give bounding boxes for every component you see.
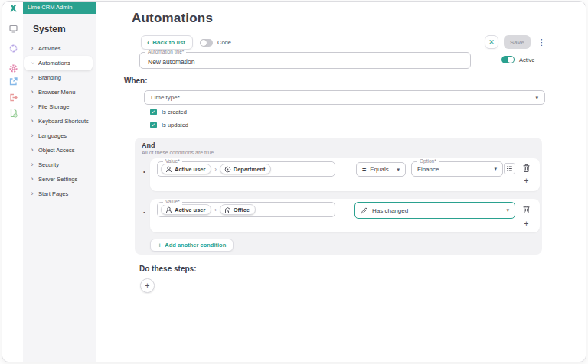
option-list-button[interactable] — [504, 163, 515, 174]
sidebar-item-label: Security — [38, 161, 59, 168]
steps-heading: Do these steps: — [139, 265, 196, 273]
ring-icon[interactable] — [8, 43, 18, 54]
chip-label: Office — [234, 206, 250, 213]
chevron-right-icon: › — [30, 118, 34, 125]
sidebar-item-security[interactable]: ›Security — [24, 158, 93, 172]
chevron-right-icon: › — [30, 147, 34, 154]
export-icon[interactable] — [8, 76, 18, 86]
value-field-label: Value* — [163, 200, 182, 205]
active-user-chip[interactable]: Active user — [161, 164, 211, 174]
add-step-button[interactable]: + — [140, 278, 155, 293]
sidebar: Lime CRM Admin System ›Activities ›Autom… — [23, 2, 96, 362]
is-updated-checkbox-row: ✓ Is updated — [150, 122, 188, 128]
condition-row: Value* Active user › Office Has changed … — [150, 199, 540, 232]
list-icon — [505, 164, 514, 173]
sidebar-item-label: Browser Menu — [38, 89, 75, 96]
sidebar-item-browser-menu[interactable]: ›Browser Menu — [24, 85, 93, 99]
chevron-right-icon: › — [30, 132, 34, 139]
plus-icon: + — [145, 281, 150, 290]
condition-row: Value* Active user › Department = Equals… — [150, 158, 540, 191]
add-sub-condition-button[interactable]: + — [522, 219, 531, 228]
trash-icon — [522, 205, 531, 214]
is-created-checkbox[interactable]: ✓ — [150, 109, 157, 115]
code-toggle[interactable] — [200, 39, 213, 47]
automation-title-value: New automation — [148, 58, 194, 66]
condition-value-field[interactable]: Value* Active user › Department — [157, 161, 335, 177]
active-toggle-row: Active — [501, 56, 534, 63]
relation-icon — [224, 166, 231, 173]
save-button[interactable]: Save — [504, 35, 531, 49]
trash-icon — [522, 164, 531, 173]
option-select[interactable]: Option* Finance ▾ — [411, 161, 503, 177]
sidebar-item-label: Languages — [38, 132, 67, 139]
chevron-right-icon: › — [30, 103, 34, 110]
sidebar-item-keyboard-shortcuts[interactable]: ›Keyboard Shortcuts — [24, 114, 93, 128]
active-toggle[interactable] — [501, 56, 514, 63]
sidebar-item-server-settings[interactable]: ›Server Settings — [24, 172, 93, 187]
lime-type-select[interactable]: Lime type* ▾ — [144, 90, 545, 105]
operator-value: Equals — [370, 166, 388, 173]
toggle-knob — [508, 57, 514, 63]
sidebar-item-languages[interactable]: ›Languages — [24, 128, 93, 143]
sidebar-item-file-storage[interactable]: ›File Storage — [24, 99, 93, 114]
option-label: Option* — [417, 159, 439, 164]
app-title: Lime CRM Admin — [23, 2, 96, 14]
logout-icon[interactable] — [8, 92, 18, 102]
automation-title-field[interactable]: Automation title* New automation — [139, 52, 471, 69]
chevron-down-icon: ▾ — [506, 207, 509, 213]
sidebar-item-start-pages[interactable]: ›Start Pages — [24, 187, 93, 201]
chevron-right-icon: › — [30, 89, 34, 96]
chevron-right-icon: › — [30, 190, 34, 197]
office-chip[interactable]: Office — [220, 204, 256, 215]
automation-title-label: Automation title* — [145, 50, 186, 55]
lime-logo-icon[interactable] — [8, 3, 18, 14]
chevron-right-icon: › — [30, 45, 34, 52]
add-another-condition-button[interactable]: + Add another condition — [150, 239, 234, 252]
is-created-checkbox-row: ✓ Is created — [150, 109, 187, 115]
delete-condition-button[interactable] — [522, 164, 531, 173]
sidebar-item-branding[interactable]: ›Branding — [24, 70, 93, 85]
check-icon: ✓ — [152, 122, 156, 128]
gear-icon[interactable] — [8, 63, 18, 73]
user-icon — [165, 166, 172, 173]
sidebar-item-label: Start Pages — [38, 190, 68, 197]
delete-condition-button[interactable] — [522, 205, 531, 214]
is-created-label: Is created — [162, 109, 187, 115]
sidebar-item-label: Server Settings — [38, 176, 77, 183]
document-check-icon[interactable] — [8, 107, 18, 118]
office-icon — [224, 206, 231, 213]
toolbar-left: ‹ Back to list Code — [141, 35, 231, 50]
operator-select[interactable]: = Equals ▾ — [356, 162, 406, 177]
is-updated-label: Is updated — [162, 122, 188, 128]
condition-value-field[interactable]: Value* Active user › Office — [157, 202, 335, 217]
chip-separator-icon: › — [214, 207, 216, 213]
chip-label: Active user — [175, 166, 205, 173]
sidebar-item-label: Automations — [38, 60, 70, 67]
back-to-list-button[interactable]: ‹ Back to list — [141, 35, 193, 50]
chevron-down-icon: ▾ — [397, 167, 400, 173]
operator-select-focused[interactable]: Has changed ▾ — [354, 202, 515, 219]
sidebar-item-label: Keyboard Shortcuts — [38, 118, 89, 125]
chevron-right-icon: › — [30, 161, 34, 168]
plus-icon: + — [158, 242, 162, 249]
sidebar-item-activities[interactable]: ›Activities — [24, 41, 93, 56]
when-heading: When: — [124, 76, 148, 85]
add-sub-condition-button[interactable]: + — [522, 177, 531, 185]
chip-label: Department — [234, 166, 266, 173]
sidebar-item-label: Activities — [38, 45, 61, 52]
close-button[interactable]: ✕ — [485, 35, 498, 49]
display-icon[interactable] — [8, 23, 18, 34]
back-to-list-label: Back to list — [152, 39, 185, 46]
code-toggle-label: Code — [217, 39, 231, 46]
app-window: Lime CRM Admin System ›Activities ›Autom… — [2, 1, 586, 362]
active-user-chip[interactable]: Active user — [161, 204, 211, 215]
department-chip[interactable]: Department — [220, 164, 272, 174]
is-updated-checkbox[interactable]: ✓ — [150, 122, 157, 128]
kebab-menu-icon[interactable]: ⋮ — [537, 37, 546, 47]
lime-type-placeholder: Lime type* — [151, 94, 180, 101]
chevron-left-icon: ‹ — [147, 39, 149, 47]
sidebar-item-automations[interactable]: ›Automations — [24, 56, 93, 70]
sidebar-item-object-access[interactable]: ›Object Access — [24, 143, 93, 158]
equals-icon: = — [362, 166, 366, 174]
icon-rail — [2, 2, 23, 362]
